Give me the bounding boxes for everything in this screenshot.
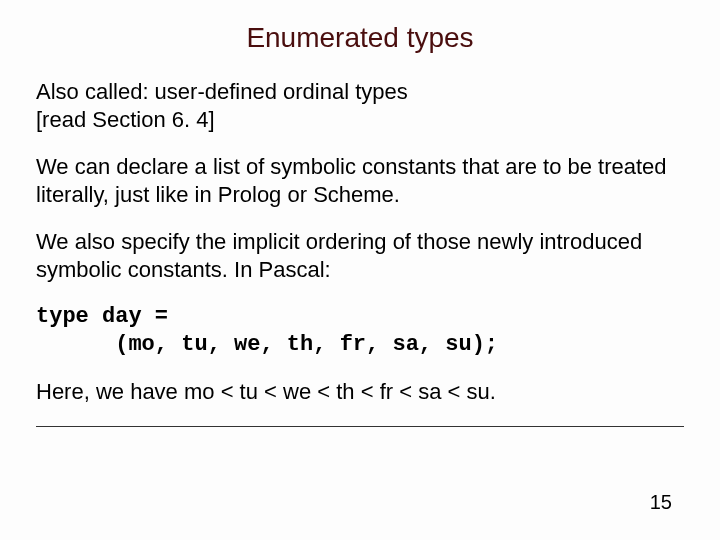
paragraph-declare: We can declare a list of symbolic consta… — [36, 153, 684, 208]
footer-rule — [36, 426, 684, 427]
paragraph-intro: Also called: user-defined ordinal types … — [36, 78, 684, 133]
page-number: 15 — [650, 491, 672, 514]
slide-content: Enumerated types Also called: user-defin… — [0, 0, 720, 406]
paragraph-ordering-example: Here, we have mo < tu < we < th < fr < s… — [36, 378, 684, 406]
paragraph-ordering: We also specify the implicit ordering of… — [36, 228, 684, 283]
text-line: [read Section 6. 4] — [36, 107, 215, 132]
slide-title: Enumerated types — [36, 22, 684, 54]
text-line: Also called: user-defined ordinal types — [36, 79, 408, 104]
code-block: type day = (mo, tu, we, th, fr, sa, su); — [36, 303, 684, 358]
